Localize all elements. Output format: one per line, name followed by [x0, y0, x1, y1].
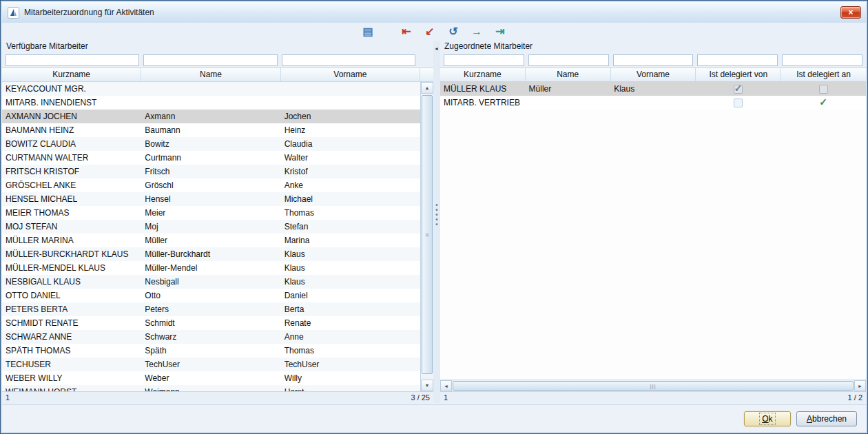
- assigned-column-header-name[interactable]: Name: [526, 68, 611, 81]
- available-row[interactable]: MITARB. INNENDIENST: [2, 96, 420, 110]
- cell-kurzname: SCHMIDT RENATE: [2, 316, 141, 330]
- collapse-left-icon[interactable]: ◄: [434, 46, 439, 51]
- add-all-icon: ⇥: [495, 26, 504, 37]
- delegiert-an-checkbox[interactable]: [819, 99, 828, 107]
- cell-vorname: Heinz: [281, 123, 420, 137]
- available-row[interactable]: MÜLLER-BURCKHARDT KLAUSMüller-Burckhardt…: [2, 247, 420, 261]
- cell-vorname: Thomas: [281, 344, 420, 358]
- vertical-scrollbar[interactable]: ▲ ≡ ▼: [420, 82, 433, 391]
- assigned-column-header-vorname[interactable]: Vorname: [611, 68, 696, 81]
- assigned-status-count: 1 / 2: [848, 393, 862, 402]
- horizontal-scroll-track[interactable]: |||: [452, 380, 854, 391]
- footer: Ok Abbrechen: [2, 404, 866, 432]
- delegiert-von-checkbox[interactable]: [734, 99, 743, 107]
- assigned-column-header-kurzname[interactable]: Kurzname: [440, 68, 526, 81]
- cell-name: Hensel: [141, 192, 280, 206]
- available-row[interactable]: MÜLLER MARINAMüllerMarina: [2, 234, 420, 247]
- horizontal-scroll-thumb[interactable]: |||: [453, 381, 854, 391]
- available-row[interactable]: PETERS BERTAPetersBerta: [2, 302, 420, 316]
- available-filter-kurzname[interactable]: [6, 54, 139, 66]
- undo-button[interactable]: ↺: [444, 23, 462, 40]
- available-status-count: 3 / 25: [411, 393, 430, 402]
- assigned-row[interactable]: MITARB. VERTRIEB: [440, 96, 866, 110]
- cell-vorname: Willy: [281, 371, 420, 385]
- available-row[interactable]: TECHUSERTechUserTechUser: [2, 358, 420, 371]
- available-row[interactable]: KEYACCOUNT MGR.: [2, 82, 420, 96]
- available-row[interactable]: MEIER THOMASMeierThomas: [2, 206, 420, 220]
- scroll-right-button[interactable]: ►: [854, 380, 866, 391]
- delegiert-von-checkbox[interactable]: [734, 85, 743, 94]
- view-list-button[interactable]: ▤: [359, 23, 377, 40]
- ok-button[interactable]: Ok: [744, 411, 791, 426]
- assigned-status-position: 1: [444, 393, 448, 402]
- available-row[interactable]: NESBIGALL KLAUSNesbigallKlaus: [2, 275, 420, 289]
- assigned-column-header-ist-delegiert-an[interactable]: Ist delegiert an: [781, 68, 866, 81]
- assigned-filter-vorname[interactable]: [613, 54, 694, 66]
- assigned-filter-name[interactable]: [528, 54, 609, 66]
- cell-vorname: Horst: [281, 385, 420, 391]
- panel-splitter[interactable]: ◄: [433, 41, 440, 403]
- available-row[interactable]: AXMANN JOCHENAxmannJochen: [2, 110, 420, 123]
- remove-button[interactable]: ↙: [421, 23, 439, 40]
- cell-name: Müller-Mendel: [141, 261, 280, 275]
- assigned-filter-kurzname[interactable]: [444, 54, 524, 66]
- cell-kurzname: NESBIGALL KLAUS: [2, 275, 141, 289]
- ok-label: Ok: [761, 414, 774, 424]
- cancel-button[interactable]: Abbrechen: [796, 411, 857, 426]
- available-row[interactable]: BAUMANN HEINZBaumannHeinz: [2, 123, 420, 137]
- scroll-down-button[interactable]: ▼: [421, 380, 433, 391]
- cell-kurzname: SCHWARZ ANNE: [2, 330, 141, 344]
- assigned-filter-ist-delegiert-an[interactable]: [782, 54, 862, 66]
- available-column-header-vorname[interactable]: Vorname: [281, 68, 420, 81]
- assigned-column-header-ist-delegiert-von[interactable]: Ist delegiert von: [696, 68, 781, 81]
- cell-vorname: Michael: [281, 192, 420, 206]
- available-row[interactable]: MÜLLER-MENDEL KLAUSMüller-MendelKlaus: [2, 261, 420, 275]
- available-panel-title: Verfügbare Mitarbeiter: [2, 41, 433, 52]
- close-icon: ×: [848, 8, 853, 17]
- available-row[interactable]: SCHMIDT RENATESchmidtRenate: [2, 316, 420, 330]
- assigned-rows: MÜLLER KLAUSMüllerKlausMITARB. VERTRIEB: [440, 82, 866, 380]
- available-column-header-name[interactable]: Name: [141, 68, 280, 81]
- cell-kurzname: MOJ STEFAN: [2, 220, 141, 234]
- cell-kurzname: KEYACCOUNT MGR.: [2, 82, 141, 96]
- add-button[interactable]: →: [468, 23, 486, 40]
- available-row[interactable]: GRÖSCHEL ANKEGröschlAnke: [2, 178, 420, 192]
- add-all-button[interactable]: ⇥: [491, 23, 509, 40]
- available-column-header-kurzname[interactable]: Kurzname: [2, 68, 141, 81]
- available-filter-name[interactable]: [143, 54, 277, 66]
- horizontal-scrollbar[interactable]: ◄ ||| ►: [440, 380, 866, 391]
- cell-vorname: Stefan: [281, 220, 420, 234]
- available-row[interactable]: HENSEL MICHAELHenselMichael: [2, 192, 420, 206]
- available-rows: KEYACCOUNT MGR.MITARB. INNENDIENSTAXMANN…: [2, 82, 420, 391]
- scroll-left-button[interactable]: ◄: [440, 380, 452, 391]
- vertical-scroll-thumb[interactable]: ≡: [422, 95, 433, 374]
- available-row[interactable]: MOJ STEFANMojStefan: [2, 220, 420, 234]
- cell-kurzname: CURTMANN WALTER: [2, 151, 141, 165]
- cell-kurzname: BAUMANN HEINZ: [2, 123, 141, 137]
- cell-name: Nesbigall: [141, 275, 280, 289]
- assigned-row[interactable]: MÜLLER KLAUSMüllerKlaus: [440, 82, 866, 96]
- available-row[interactable]: CURTMANN WALTERCurtmannWalter: [2, 151, 420, 165]
- cell-vorname: Daniel: [281, 289, 420, 302]
- assigned-filter-ist-delegiert-von[interactable]: [697, 54, 778, 66]
- remove-all-button[interactable]: ⇤: [397, 23, 415, 40]
- app-icon: [8, 7, 19, 19]
- available-filter-vorname[interactable]: [282, 54, 415, 66]
- cell-kurzname: WEBER WILLY: [2, 371, 141, 385]
- scroll-up-button[interactable]: ▲: [421, 82, 433, 94]
- cell-delegiert-an: [781, 99, 866, 107]
- available-header-row: KurznameNameVorname: [2, 68, 433, 82]
- available-row[interactable]: BOWITZ CLAUDIABowitzClaudia: [2, 137, 420, 151]
- available-row[interactable]: SCHWARZ ANNESchwarzAnne: [2, 330, 420, 344]
- cell-kurzname: MÜLLER-BURCKHARDT KLAUS: [2, 247, 141, 261]
- delegiert-an-checkbox[interactable]: [819, 85, 828, 94]
- cell-vorname: Klaus: [281, 261, 420, 275]
- available-row[interactable]: SPÄTH THOMASSpäthThomas: [2, 344, 420, 358]
- available-row[interactable]: WEIMANN HORSTWeimannHorst: [2, 385, 420, 391]
- available-row[interactable]: OTTO DANIELOttoDaniel: [2, 289, 420, 302]
- scroll-left-icon: ◄: [444, 384, 448, 389]
- available-row[interactable]: FRITSCH KRISTOFFritschKristof: [2, 165, 420, 178]
- cell-kurzname: BOWITZ CLAUDIA: [2, 137, 141, 151]
- close-button[interactable]: ×: [840, 6, 861, 19]
- available-row[interactable]: WEBER WILLYWeberWilly: [2, 371, 420, 385]
